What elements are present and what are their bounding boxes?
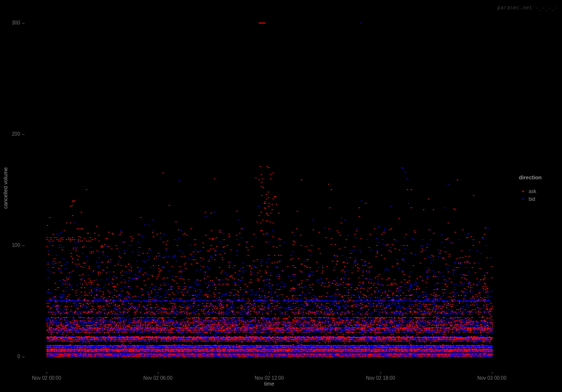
legend-label: bid — [529, 196, 535, 202]
legend-key-dot — [519, 191, 527, 192]
x-tick-label: Nov 02 06:00 — [131, 375, 185, 381]
y-tick-mark — [22, 357, 25, 357]
x-tick-label: Nov 02 00:00 — [20, 375, 74, 381]
legend-item-bid: bid — [519, 195, 541, 203]
ask-point-icon — [522, 191, 524, 192]
x-tick-label: Nov 02 12:00 — [242, 375, 296, 381]
y-tick-mark — [22, 23, 25, 24]
y-tick-mark — [22, 134, 25, 135]
x-axis-title: time — [250, 381, 289, 387]
bid-point-icon — [522, 198, 524, 200]
x-tick-label: Nov 03 00:00 — [465, 375, 519, 381]
x-tick-mark — [269, 372, 270, 374]
watermark: parasec.net -_-_-_- — [497, 5, 558, 10]
y-tick-mark — [22, 245, 25, 246]
legend-key-dot — [519, 198, 527, 200]
cancelled-volume-scatter-chart: parasec.net -_-_-_- cancelled volume tim… — [0, 0, 562, 392]
x-tick-mark — [381, 372, 381, 374]
y-tick-label-100: 100 — [0, 243, 20, 248]
y-tick-label-300: 300 — [0, 20, 20, 26]
y-axis-title: cancelled volume — [2, 167, 8, 209]
y-tick-label-200: 200 — [0, 131, 20, 137]
x-tick-label: Nov 02 18:00 — [354, 375, 408, 381]
legend-label: ask — [529, 189, 536, 194]
plot-canvas — [0, 0, 562, 392]
legend-title: direction — [519, 174, 541, 180]
legend-items: askbid — [519, 187, 541, 203]
x-tick-mark — [47, 372, 47, 374]
y-tick-label-0: 0 — [0, 354, 20, 360]
legend: direction askbid — [519, 174, 541, 203]
legend-item-ask: ask — [519, 187, 541, 195]
x-tick-mark — [492, 372, 492, 374]
x-tick-mark — [158, 372, 158, 374]
